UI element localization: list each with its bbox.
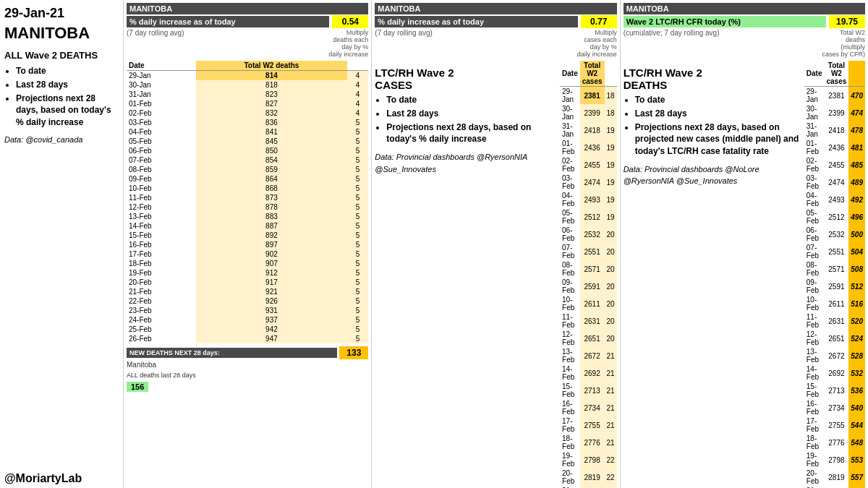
table-row: 2755 xyxy=(580,416,605,434)
table-row: 5 xyxy=(347,212,368,221)
table-row: 942 xyxy=(196,325,347,334)
panel2-bullets: To date Last 28 days Projections next 28… xyxy=(386,94,556,145)
bullet-1: To date xyxy=(16,65,119,77)
table-row: 2399 xyxy=(824,104,848,121)
col-date-1: Date xyxy=(127,61,196,71)
table-row: 22 xyxy=(605,451,617,468)
table-row: 2591 xyxy=(824,278,848,295)
p3-bullet-2: Last 28 days xyxy=(635,108,801,120)
table-row: 06-Feb xyxy=(804,226,825,243)
table-row: 19 xyxy=(605,174,617,191)
table-row: 5 xyxy=(347,306,368,315)
panel2-table: Date Total W2 cases 29-Jan 2381 18 30-Ja… xyxy=(560,61,617,488)
table-row: 17-Feb xyxy=(127,249,196,259)
table-row: 21-Feb xyxy=(127,287,196,296)
table-row: 4 xyxy=(347,80,368,90)
table-row: 20 xyxy=(605,226,617,243)
table-row: 5 xyxy=(347,325,368,334)
table-row: 516 xyxy=(848,295,865,312)
table-row: 5 xyxy=(347,259,368,268)
table-row: 11-Feb xyxy=(127,193,196,202)
table-row: 2512 xyxy=(580,208,605,226)
col-val-1: Total W2 deaths xyxy=(196,61,347,71)
province-title: MANITOBA xyxy=(4,24,119,43)
panel3-table: Date Total W2 cases 29-Jan 2381 470 30-J… xyxy=(804,61,865,488)
panel-deaths: MANITOBA % daily increase as of today 0.… xyxy=(123,0,371,488)
table-row: 5 xyxy=(347,221,368,231)
table-row: 845 xyxy=(196,137,347,146)
panel3-sub-label: (cumulative; 7 day rolling avg) xyxy=(624,29,720,58)
table-row: 2631 xyxy=(824,312,848,330)
table-row: 2381 xyxy=(580,87,605,105)
left-section-header: ALL Wave 2 DEATHS xyxy=(4,50,119,61)
table-row: 12-Feb xyxy=(560,330,580,347)
panel1-metric-value: 0.54 xyxy=(332,15,368,28)
col-inc-2 xyxy=(605,61,617,87)
table-row: 2512 xyxy=(824,208,848,226)
table-row: 2399 xyxy=(580,104,605,121)
table-row: 544 xyxy=(848,416,865,434)
table-row: 29-Jan xyxy=(560,87,580,105)
col-val-2: Total W2 cases xyxy=(580,61,605,87)
table-row: 20-Feb xyxy=(127,278,196,287)
table-row: 912 xyxy=(196,268,347,278)
table-row: 2532 xyxy=(824,226,848,243)
panel1-total-value: 156 xyxy=(127,382,148,392)
table-row: 22 xyxy=(605,468,617,486)
p2-bullet-3: Projections next 28 days, based on today… xyxy=(386,121,556,146)
table-row: 5 xyxy=(347,240,368,249)
table-row: 2455 xyxy=(824,156,848,174)
table-row: 873 xyxy=(196,193,347,202)
table-row: 20-Feb xyxy=(804,468,825,486)
table-row: 19 xyxy=(605,156,617,174)
table-row: 864 xyxy=(196,174,347,184)
panel1-header: MANITOBA % daily increase as of today 0.… xyxy=(127,3,368,59)
table-row: 05-Feb xyxy=(560,208,580,226)
table-row: 557 xyxy=(848,468,865,486)
table-row: 512 xyxy=(848,278,865,295)
table-row: 850 xyxy=(196,146,347,155)
table-row: 22-Feb xyxy=(127,296,196,306)
table-row: 03-Feb xyxy=(560,174,580,191)
table-row: 5 xyxy=(347,174,368,184)
table-row: 10-Feb xyxy=(127,184,196,193)
table-row: 18-Feb xyxy=(804,434,825,451)
table-row: 2611 xyxy=(824,295,848,312)
table-row: 4 xyxy=(347,90,368,99)
table-row: 859 xyxy=(196,165,347,174)
table-row: 2651 xyxy=(580,330,605,347)
panel2-multiply-label: Multiplycases eachday by %daily increase xyxy=(577,29,617,58)
table-row: 18 xyxy=(605,87,617,105)
table-row: 09-Feb xyxy=(804,278,825,295)
table-row: 2692 xyxy=(580,364,605,382)
left-bullets: To date Last 28 days Projections next 28… xyxy=(16,65,119,129)
panel1-summary-province: Manitoba xyxy=(127,361,368,369)
table-row: 11-Feb xyxy=(560,312,580,330)
table-row: 01-Feb xyxy=(560,139,580,156)
table-row: 2819 xyxy=(580,468,605,486)
table-row: 485 xyxy=(848,156,865,174)
table-row: 30-Jan xyxy=(804,104,825,121)
table-row: 492 xyxy=(848,191,865,208)
table-row: 540 xyxy=(848,399,865,416)
panel3-data-credit: Data: Provincial dashboards @NoLore @Rye… xyxy=(624,163,801,187)
table-row: 26-Feb xyxy=(127,334,196,343)
panel1-summary-label: NEW DEATHS NEXT 28 days: xyxy=(127,348,337,358)
table-row: 15-Feb xyxy=(560,382,580,399)
panel1-summary: NEW DEATHS NEXT 28 days: 133 Manitoba AL… xyxy=(127,346,368,392)
table-row: 14-Feb xyxy=(127,221,196,231)
table-row: 2672 xyxy=(824,347,848,364)
table-row: 854 xyxy=(196,155,347,165)
table-row: 09-Feb xyxy=(127,174,196,184)
panel2-header: MANITOBA % daily increase as of today 0.… xyxy=(375,3,616,59)
table-row: 5 xyxy=(347,278,368,287)
panel3-metric-value: 19.75 xyxy=(829,15,865,28)
table-row: 931 xyxy=(196,306,347,315)
table-row: 478 xyxy=(848,121,865,139)
table-row: 553 xyxy=(848,451,865,468)
table-row: 5 xyxy=(347,137,368,146)
table-row: 14-Feb xyxy=(804,364,825,382)
table-row: 5 xyxy=(347,231,368,240)
table-row: 4 xyxy=(347,108,368,118)
table-row: 2571 xyxy=(580,260,605,278)
